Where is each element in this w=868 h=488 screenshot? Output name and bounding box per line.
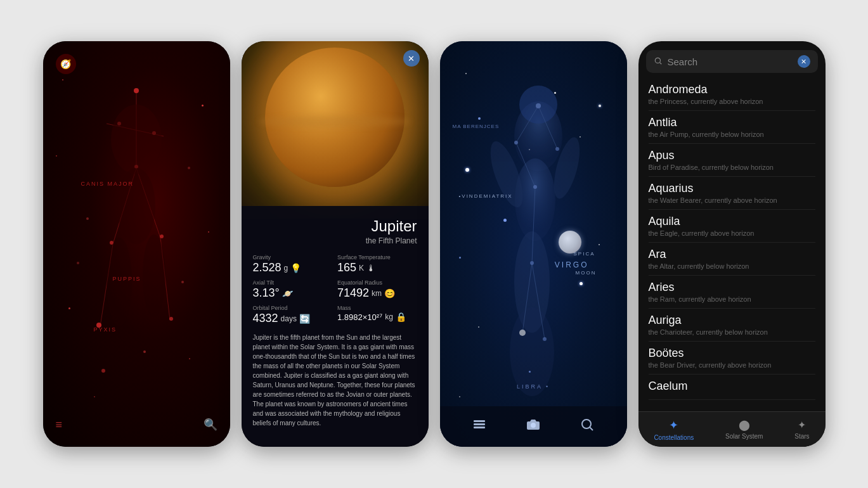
pyxis-label: PYXIS (94, 326, 117, 333)
star (94, 396, 95, 397)
svg-point-37 (536, 103, 541, 108)
search-icon (580, 417, 595, 432)
mass-icon: 🔒 (396, 312, 406, 322)
list-item[interactable]: Aquila the Eagle, currently above horizo… (649, 210, 815, 243)
list-item[interactable]: Auriga the Charioteer, currently below h… (649, 309, 815, 342)
svg-point-18 (188, 167, 190, 169)
constellation-sub: the Water Bearer, currently above horizo… (649, 196, 815, 204)
camera-icon (526, 417, 541, 432)
libra-label: LIBRA • (517, 383, 550, 390)
constellation-list: Andromeda the Princess, currently above … (638, 73, 826, 409)
gravity-stat: Gravity 2.528 g 💡 (253, 254, 333, 274)
svg-point-27 (510, 307, 554, 396)
layers-icon (472, 417, 487, 432)
svg-rect-46 (474, 427, 485, 428)
list-item[interactable]: Caelum (649, 375, 815, 400)
period-icon: 🔄 (299, 314, 310, 324)
svg-point-40 (533, 185, 537, 189)
moon-label: Moon (576, 270, 597, 276)
search-input[interactable]: Search (668, 56, 793, 67)
planet-description: Jupiter is the fifth planet from the Sun… (253, 333, 417, 428)
svg-point-15 (143, 350, 146, 353)
mass-value: 1.8982×10²⁷ kg 🔒 (337, 312, 417, 322)
close-button[interactable]: ✕ (403, 50, 420, 67)
eq-radius-label: Equatorial Radius (337, 279, 417, 286)
star (189, 358, 190, 359)
gravity-value: 2.528 g 💡 (253, 261, 333, 274)
search-icon (654, 56, 663, 67)
list-item[interactable]: Ara the Altar, currently below horizon (649, 243, 815, 276)
gravity-icon: 💡 (290, 263, 301, 273)
search-icon: 🔍 (204, 418, 217, 431)
axial-tilt-stat: Axial Tilt 3.13° 🪐 (253, 279, 333, 300)
constellation-name: Aquila (649, 215, 815, 228)
solar-system-icon: ⬤ (739, 419, 750, 431)
svg-point-13 (169, 317, 173, 321)
orbital-period-value: 4332 days 🔄 (253, 312, 333, 325)
orbital-period-stat: Orbital Period 4332 days 🔄 (253, 305, 333, 325)
list-item[interactable]: Apus Bird of Paradise, currently below h… (649, 144, 815, 177)
svg-point-21 (117, 168, 155, 244)
constellation-sub: the Ram, currently above horizon (649, 295, 815, 303)
moon-object (559, 231, 581, 254)
star (68, 307, 70, 309)
mass-label: Mass (337, 305, 417, 311)
radius-icon: 😊 (384, 288, 395, 299)
constellation-name: Andromeda (649, 83, 815, 96)
equatorial-radius-stat: Equatorial Radius 71492 km 😊 (337, 279, 417, 300)
planet-info-panel: Jupiter the Fifth Planet Gravity 2.528 g… (242, 206, 429, 447)
star (56, 155, 57, 157)
list-item[interactable]: Aries the Ram, currently above horizon (649, 276, 815, 309)
search-close-button[interactable]: ✕ (798, 55, 810, 68)
svg-point-42 (519, 330, 526, 336)
screen-2-jupiter: ✕ Jupiter the Fifth Planet Gravity 2.528… (242, 41, 429, 447)
screen-1-starmap: 🧭 CANIS MAJOR PUPPIS PYXIS ≡ 🔍 (43, 41, 230, 447)
constellation-sub: the Air Pump, currently below horizon (649, 131, 815, 138)
close-icon: ✕ (408, 54, 415, 63)
constellation-figure (43, 41, 230, 447)
list-item[interactable]: Andromeda the Princess, currently above … (649, 78, 815, 111)
bottom-toolbar (440, 406, 627, 447)
stars-icon: ✦ (798, 419, 806, 431)
tab-solar-label: Solar System (725, 433, 763, 440)
list-item[interactable]: Aquarius the Water Bearer, currently abo… (649, 177, 815, 210)
gravity-label: Gravity (253, 254, 333, 260)
constellation-name: Caelum (649, 380, 815, 393)
svg-point-16 (181, 281, 184, 283)
constellation-name: Aries (649, 281, 815, 294)
svg-line-49 (590, 428, 593, 431)
axial-tilt-value: 3.13° 🪐 (253, 286, 333, 300)
star (208, 231, 209, 233)
svg-point-41 (530, 261, 534, 265)
svg-point-14 (101, 369, 105, 373)
star (62, 79, 63, 80)
svg-point-39 (555, 147, 559, 151)
svg-point-6 (134, 88, 139, 93)
planet-name: Jupiter (253, 217, 417, 235)
constellation-name: Boötes (649, 347, 815, 360)
constellation-name: Apus (649, 149, 815, 162)
menu-button[interactable]: ≡ (56, 418, 63, 432)
constellation-sub: the Bear Driver, currently above horizon (649, 361, 815, 369)
virgo-label: VIRGO (555, 260, 589, 269)
list-item[interactable]: Boötes the Bear Driver, currently above … (649, 342, 815, 375)
layers-button[interactable] (472, 417, 487, 436)
search-button[interactable]: 🔍 (204, 418, 217, 432)
tab-constellations[interactable]: ✦ Constellations (654, 418, 694, 441)
axial-tilt-label: Axial Tilt (253, 279, 333, 286)
svg-line-51 (659, 62, 661, 64)
list-item[interactable]: Antlia the Air Pump, currently below hor… (649, 111, 815, 144)
svg-point-50 (655, 58, 660, 63)
compass-button[interactable]: 🧭 (56, 54, 76, 74)
mass-stat: Mass 1.8982×10²⁷ kg 🔒 (337, 305, 417, 325)
bottom-tabs: ✦ Constellations ⬤ Solar System ✦ Stars (638, 411, 826, 447)
camera-button[interactable] (526, 417, 541, 436)
menu-icon: ≡ (56, 418, 63, 431)
tab-stars[interactable]: ✦ Stars (794, 419, 809, 440)
search-button[interactable] (580, 417, 595, 436)
svg-point-17 (86, 217, 89, 220)
puppis-label: PUPPIS (113, 276, 141, 282)
tab-solar-system[interactable]: ⬤ Solar System (725, 419, 763, 440)
canis-major-label: CANIS MAJOR (81, 181, 134, 187)
tab-stars-label: Stars (794, 433, 809, 440)
